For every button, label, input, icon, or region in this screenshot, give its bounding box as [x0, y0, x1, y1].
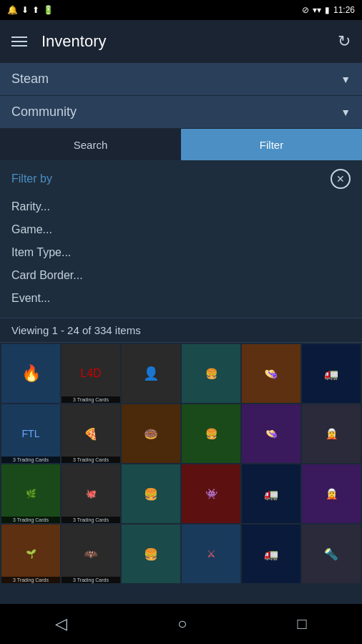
no-sim-icon: ⊘ [302, 5, 309, 15]
community-dropdown-arrow: ▼ [341, 107, 351, 118]
filter-rarity[interactable]: Rarity... [11, 196, 351, 218]
tab-filter[interactable]: Filter [181, 129, 362, 160]
item-image: ⚔ [182, 525, 240, 583]
tab-search[interactable]: Search [0, 129, 181, 160]
list-item[interactable]: 🦇 3 Trading Cards [62, 525, 120, 583]
filter-game[interactable]: Game... [11, 219, 351, 240]
item-image: FTL [1, 404, 60, 463]
list-item[interactable]: 🧝 [302, 404, 361, 463]
list-item[interactable]: 👾 [182, 464, 240, 523]
list-item[interactable]: 🌱 3 Trading Cards [1, 525, 60, 583]
item-image: 🦇 [62, 525, 120, 583]
menu-button[interactable] [11, 36, 27, 47]
list-item[interactable]: L4D 3 Trading Cards [62, 344, 120, 403]
steam-dropdown[interactable]: Steam ▼ [0, 63, 362, 96]
item-image: 👤 [122, 344, 180, 403]
item-image: 🍔 [122, 525, 180, 583]
list-item[interactable]: 🍩 [122, 404, 180, 463]
item-image: 🍔 [182, 344, 240, 403]
item-image: 👒 [242, 404, 300, 463]
time-display: 11:26 [333, 5, 355, 15]
filter-section: Filter by ✕ Rarity... Game... Item Type.… [0, 160, 362, 318]
home-button[interactable]: ○ [166, 609, 198, 639]
item-image: 🚛 [242, 525, 300, 583]
page-title: Inventory [41, 32, 323, 51]
item-image: 🐙 [62, 464, 120, 523]
list-item[interactable]: 🐙 3 Trading Cards [62, 464, 120, 523]
item-badge: 3 Trading Cards [1, 457, 60, 463]
filter-list: Rarity... Game... Item Type... Card Bord… [11, 196, 351, 309]
wifi-icon: ▾▾ [313, 5, 321, 15]
item-badge: 3 Trading Cards [1, 577, 60, 583]
steam-dropdown-label: Steam [11, 72, 49, 87]
list-item[interactable]: 👒 [242, 404, 300, 463]
list-item[interactable]: ⚔ [182, 525, 240, 583]
community-dropdown[interactable]: Community ▼ [0, 96, 362, 129]
item-image: 🧝 [302, 404, 361, 463]
list-item[interactable]: 👒 [242, 344, 300, 403]
item-image: 🌱 [1, 525, 60, 583]
battery-icon: 🔋 [43, 5, 54, 15]
filter-header: Filter by ✕ [11, 169, 351, 189]
list-item[interactable]: 🍔 [182, 344, 240, 403]
filter-title: Filter by [11, 172, 52, 185]
filter-close-button[interactable]: ✕ [331, 169, 351, 189]
list-item[interactable]: FTL 3 Trading Cards [1, 404, 60, 463]
upload-icon: ⬆ [32, 5, 39, 15]
item-badge: 3 Trading Cards [62, 457, 120, 463]
nav-bar: ◁ ○ □ [0, 604, 362, 644]
list-item[interactable]: 🍔 [122, 525, 180, 583]
viewing-count: Viewing 1 - 24 of 334 items [0, 318, 362, 343]
recents-button[interactable]: □ [286, 609, 318, 639]
list-item[interactable]: 🚛 [242, 464, 300, 523]
list-item[interactable]: 🍕 3 Trading Cards [62, 404, 120, 463]
list-item[interactable]: 🚛 [302, 344, 361, 403]
item-image: 🔦 [302, 525, 361, 583]
item-image: 🚛 [242, 464, 300, 523]
notification-icon: 🔔 [7, 5, 18, 15]
battery-full-icon: ▮ [325, 5, 330, 15]
item-image: 🚛 [302, 344, 361, 403]
filter-item-type[interactable]: Item Type... [11, 242, 351, 263]
app-bar: Inventory ↻ [0, 20, 362, 63]
item-image: 🔥 [1, 344, 60, 403]
list-item[interactable]: 🍔 [122, 464, 180, 523]
download-icon: ⬇ [21, 5, 29, 15]
status-icons-left: 🔔 ⬇ ⬆ 🔋 [7, 5, 54, 15]
item-badge: 3 Trading Cards [62, 577, 120, 583]
item-image: 🧝 [302, 464, 361, 523]
item-badge: 3 Trading Cards [1, 517, 60, 523]
refresh-button[interactable]: ↻ [338, 32, 351, 51]
status-icons-right: ⊘ ▾▾ ▮ 11:26 [302, 5, 355, 15]
item-image: 👒 [242, 344, 300, 403]
status-bar: 🔔 ⬇ ⬆ 🔋 ⊘ ▾▾ ▮ 11:26 [0, 0, 362, 20]
filter-card-border[interactable]: Card Border... [11, 265, 351, 286]
item-image: 👾 [182, 464, 240, 523]
list-item[interactable]: 🌿 3 Trading Cards [1, 464, 60, 523]
list-item[interactable]: 🔦 [302, 525, 361, 583]
item-image: 🌿 [1, 464, 60, 523]
item-image: L4D [62, 344, 120, 403]
list-item[interactable]: 🍔 [182, 404, 240, 463]
back-button[interactable]: ◁ [44, 609, 79, 639]
list-item[interactable]: 👤 [122, 344, 180, 403]
item-badge: 3 Trading Cards [62, 396, 120, 403]
steam-dropdown-arrow: ▼ [341, 74, 351, 85]
filter-event[interactable]: Event... [11, 288, 351, 309]
tab-row: Search Filter [0, 129, 362, 160]
list-item[interactable]: 🧝 [302, 464, 361, 523]
item-image: 🍔 [182, 404, 240, 463]
list-item[interactable]: 🚛 [242, 525, 300, 583]
inventory-grid: 🔥 L4D 3 Trading Cards 👤 🍔 👒 🚛 FTL 3 Trad… [0, 343, 362, 585]
list-item[interactable]: 🔥 [1, 344, 60, 403]
item-image: 🍩 [122, 404, 180, 463]
community-dropdown-label: Community [11, 104, 77, 119]
item-image: 🍕 [62, 404, 120, 463]
item-badge: 3 Trading Cards [62, 517, 120, 523]
item-image: 🍔 [122, 464, 180, 523]
